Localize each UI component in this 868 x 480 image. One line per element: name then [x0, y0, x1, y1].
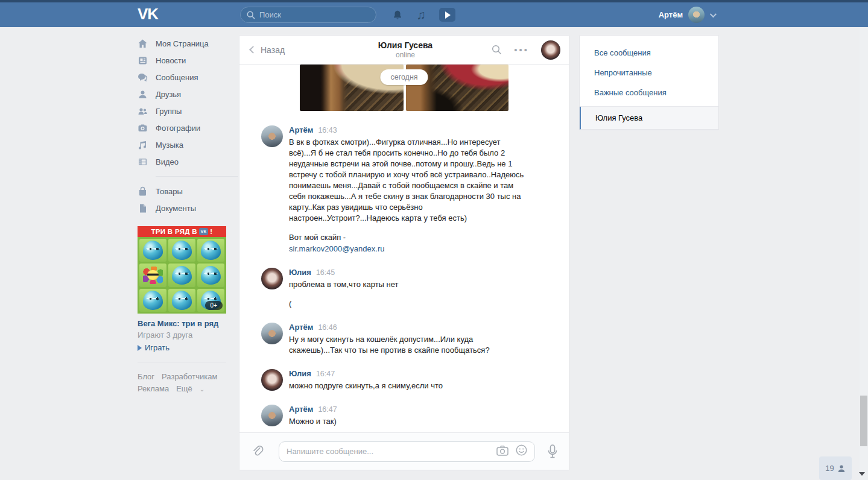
search-icon[interactable]: [492, 45, 502, 55]
message-author[interactable]: Юлия: [289, 369, 311, 378]
active-dialog-item[interactable]: Юлия Гусева: [580, 107, 718, 130]
back-button[interactable]: Назад: [250, 45, 323, 55]
sidebar-item-label: Новости: [156, 56, 186, 65]
groups-icon: [138, 106, 148, 116]
message-author[interactable]: Артём: [289, 323, 313, 332]
chat-title[interactable]: Юлия Гусева: [323, 40, 488, 50]
topbar: VK ♫ Артём: [0, 2, 868, 27]
search-input[interactable]: [259, 10, 370, 19]
sidebar-item-my-page[interactable]: Моя Страница: [138, 35, 238, 52]
sidebar-footer: БлогРазработчикам РекламаЕщё⌄: [138, 371, 234, 396]
topbar-user-name: Артём: [659, 10, 683, 19]
message-composer: [239, 432, 569, 470]
scrollbar-thumb[interactable]: [860, 396, 867, 446]
document-icon: [138, 203, 148, 213]
sidebar-footer-divider: [138, 362, 226, 362]
sidebar-item-news[interactable]: Новости: [138, 52, 238, 69]
chat-title-wrap: Юлия Гусева online: [323, 40, 488, 59]
avatar[interactable]: [261, 405, 283, 426]
topbar-search[interactable]: [240, 7, 376, 23]
bell-icon[interactable]: [392, 10, 403, 21]
chat-header: Назад Юлия Гусева online •••: [239, 36, 569, 65]
date-badge[interactable]: сегодня: [380, 69, 428, 85]
sidebar-item-photos[interactable]: Фотографии: [138, 119, 238, 136]
ad-play-link[interactable]: Играть: [138, 343, 226, 352]
message-author[interactable]: Артём: [289, 405, 313, 414]
video-icon[interactable]: [439, 8, 455, 22]
skype-link[interactable]: sir.markov2000@yandex.ru: [289, 244, 569, 254]
ad-title-link[interactable]: Вега Микс: три в ряд: [138, 319, 226, 328]
back-label: Назад: [261, 45, 285, 55]
music-icon[interactable]: ♫: [416, 8, 426, 21]
avatar[interactable]: [261, 268, 283, 289]
play-icon: [138, 345, 142, 351]
footer-link-blog[interactable]: Блог: [138, 372, 154, 381]
game-tile: [139, 289, 166, 312]
sidebar-item-documents[interactable]: Документы: [138, 200, 238, 216]
smiley-icon[interactable]: [516, 444, 527, 458]
message-time: 16:45: [316, 268, 335, 277]
sidebar-item-label: Документы: [156, 204, 196, 213]
ad-game-image[interactable]: 0+: [138, 237, 226, 314]
sidebar-item-friends[interactable]: Друзья: [138, 86, 238, 103]
drop-character: [143, 291, 163, 309]
footer-link-more[interactable]: Ещё: [176, 384, 192, 393]
message-author[interactable]: Юлия: [289, 268, 311, 277]
paperclip-icon[interactable]: [252, 445, 264, 458]
ad-play-label: Играть: [145, 343, 169, 352]
sidebar-item-label: Товары: [156, 187, 183, 196]
message: Артём 16:46 Ну я могу скинуть на кошелёк…: [239, 323, 569, 356]
message-input-wrap: [279, 441, 535, 462]
scroll-down-arrow-icon[interactable]: [859, 472, 865, 476]
ad-block: ТРИ В РЯД В vk ! 0+ Вега Микс: три в ряд…: [138, 226, 226, 352]
vk-chip-icon: vk: [199, 228, 209, 235]
footer-link-ads[interactable]: Реклама: [138, 384, 169, 393]
game-tile: [139, 264, 166, 286]
filter-important[interactable]: Важные сообщения: [580, 83, 718, 103]
message-author[interactable]: Артём: [289, 125, 313, 134]
filter-all-messages[interactable]: Все сообщения: [580, 43, 718, 63]
bag-icon: [138, 186, 148, 197]
vk-logo[interactable]: VK: [138, 5, 158, 24]
message-text: Можно и так): [289, 416, 525, 427]
chevron-down-icon: [710, 10, 717, 17]
sidebar-item-label: Группы: [156, 107, 182, 116]
sidebar-item-video[interactable]: Видео: [138, 153, 238, 170]
flower-character: [143, 267, 162, 284]
topbar-user-menu[interactable]: Артём: [659, 2, 715, 27]
sidebar-item-label: Друзья: [156, 90, 181, 99]
avatar[interactable]: [261, 323, 283, 344]
sidebar-item-messages[interactable]: Сообщения: [138, 69, 238, 86]
camera-icon: [138, 123, 148, 133]
ad-banner[interactable]: ТРИ В РЯД В vk !: [138, 226, 226, 237]
sidebar-item-groups[interactable]: Группы: [138, 103, 238, 119]
sidebar-divider: [156, 176, 238, 177]
sidebar-item-goods[interactable]: Товары: [138, 183, 238, 200]
chat-peer-avatar[interactable]: [541, 40, 560, 60]
home-icon: [138, 39, 148, 49]
drop-character: [143, 241, 163, 259]
ad-banner-suffix: !: [210, 228, 212, 235]
online-friends-badge[interactable]: 19: [819, 456, 852, 480]
avatar[interactable]: [261, 125, 283, 147]
message: Артём 16:43 В вк в фотках смотри)...Фигу…: [239, 125, 569, 254]
microphone-icon[interactable]: [547, 444, 558, 459]
filter-unread[interactable]: Непрочитанные: [580, 63, 718, 83]
ad-subtitle: Играют 3 друга: [138, 330, 226, 339]
footer-link-developers[interactable]: Разработчикам: [162, 372, 217, 381]
message: Артём 16:47 Можно и так): [239, 405, 569, 427]
search-icon: [247, 11, 255, 19]
avatar[interactable]: [261, 369, 283, 391]
more-icon[interactable]: •••: [514, 47, 529, 53]
topbar-avatar: [688, 7, 705, 23]
back-chevron-icon: [249, 46, 257, 54]
message-time: 16:46: [318, 323, 337, 332]
drop-character: [172, 266, 192, 285]
chevron-down-icon: ⌄: [200, 386, 204, 393]
message-input[interactable]: [279, 447, 496, 456]
chat-header-actions: •••: [488, 40, 560, 60]
vk-page: VK ♫ Артём Моя Страница Новости: [0, 0, 868, 480]
message-text: В вк в фотках смотри)...Фигурка отличная…: [289, 137, 525, 224]
sidebar-item-music[interactable]: Музыка: [138, 136, 238, 153]
camera-icon[interactable]: [496, 445, 508, 458]
